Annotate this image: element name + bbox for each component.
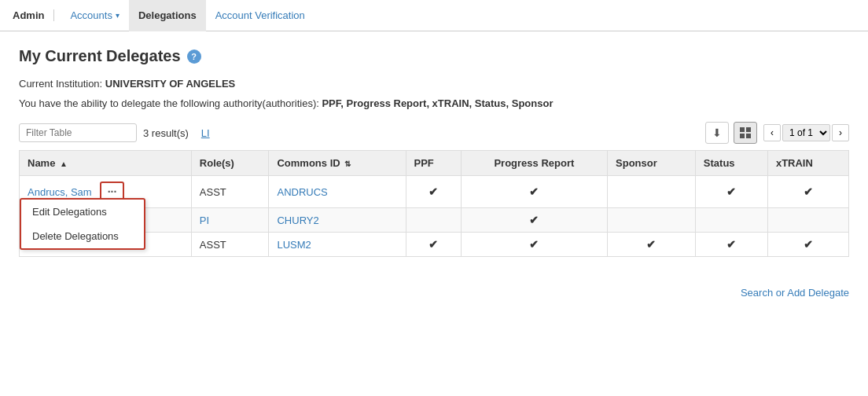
- li-badge[interactable]: LI: [201, 127, 210, 139]
- pagination: ‹ 1 of 1 ›: [763, 124, 849, 141]
- institution-line: Current Institution: UNIVERSITY OF ANGEL…: [19, 78, 849, 90]
- grid-icon: [740, 127, 751, 138]
- cell-status: [695, 208, 767, 233]
- sponsor-check: ✔: [646, 238, 656, 251]
- col-header-status: Status: [695, 151, 767, 176]
- download-button[interactable]: ⬇: [705, 122, 729, 144]
- col-header-sponsor: Sponsor: [608, 151, 696, 176]
- cell-roles: PI: [191, 208, 269, 233]
- progress-report-check: ✔: [529, 238, 539, 251]
- table-toolbar: 3 result(s) LI ⬇ ‹ 1 of 1 ›: [19, 122, 849, 144]
- institution-name: UNIVERSITY OF ANGELES: [105, 78, 235, 90]
- col-header-progress-report: Progress Report: [461, 151, 607, 176]
- dropdown-item[interactable]: Delete Delegations: [21, 224, 144, 248]
- delegate-name[interactable]: Andrucs, Sam: [28, 186, 92, 198]
- cell-commons-id: CHURY2: [269, 208, 406, 233]
- cell-ppf: ✔: [406, 233, 461, 257]
- cell-ppf: ✔: [406, 176, 461, 208]
- cell-roles: ASST: [191, 176, 269, 208]
- svg-rect-1: [746, 127, 751, 132]
- toolbar-icons: ⬇: [705, 122, 757, 144]
- progress-report-check: ✔: [529, 185, 539, 198]
- page-content: My Current Delegates ? Current Instituti…: [0, 31, 868, 273]
- filter-input[interactable]: [19, 123, 137, 142]
- cell-xtrain: ✔: [767, 176, 848, 208]
- cell-xtrain: [767, 208, 848, 233]
- page-title: My Current Delegates: [19, 47, 181, 65]
- dropdown-item[interactable]: Edit Delegations: [21, 200, 144, 224]
- cell-sponsor: ✔: [608, 233, 696, 257]
- ppf-check: ✔: [428, 185, 438, 198]
- help-icon[interactable]: ?: [187, 50, 201, 64]
- accounts-caret-icon: ▾: [116, 11, 120, 20]
- svg-rect-2: [740, 134, 745, 138]
- authority-list: PPF, Progress Report, xTRAIN, Status, Sp…: [322, 97, 553, 109]
- delegates-table: Name ▲ Role(s) Commons ID ⇅ PPF Progress…: [19, 150, 849, 257]
- cell-ppf: [406, 208, 461, 233]
- cell-xtrain: ✔: [767, 233, 848, 257]
- table-header-row: Name ▲ Role(s) Commons ID ⇅ PPF Progress…: [20, 151, 849, 176]
- grid-view-button[interactable]: [734, 122, 757, 144]
- progress-report-check: ✔: [529, 214, 539, 226]
- nav-accounts[interactable]: Accounts ▾: [61, 0, 128, 31]
- page-footer: Search or Add Delegate: [0, 279, 868, 306]
- status-check: ✔: [726, 238, 736, 251]
- cell-progress-report: ✔: [461, 176, 607, 208]
- xtrain-check: ✔: [804, 185, 813, 198]
- svg-rect-0: [740, 127, 745, 132]
- ppf-check: ✔: [428, 238, 438, 251]
- cell-sponsor: [608, 208, 696, 233]
- col-header-xtrain: xTRAIN: [767, 151, 848, 176]
- xtrain-check: ✔: [804, 238, 813, 251]
- cell-status: ✔: [695, 176, 767, 208]
- table-row: Andrucs, Sam···Edit DelegationsDelete De…: [20, 176, 849, 208]
- commons-id-sort-icon[interactable]: ⇅: [344, 160, 351, 168]
- cell-progress-report: ✔: [461, 208, 607, 233]
- cell-roles: ASST: [191, 233, 269, 257]
- nav-delegations[interactable]: Delegations: [129, 0, 206, 31]
- admin-label: Admin: [13, 9, 54, 21]
- cell-commons-id: LUSM2: [269, 233, 406, 257]
- col-header-ppf: PPF: [406, 151, 461, 176]
- page-select[interactable]: 1 of 1: [782, 124, 830, 141]
- page-next-button[interactable]: ›: [832, 124, 849, 141]
- nav-account-verification[interactable]: Account Verification: [206, 0, 314, 31]
- status-check: ✔: [726, 185, 736, 198]
- top-nav: Admin Accounts ▾ Delegations Account Ver…: [0, 0, 868, 31]
- action-dropdown: Edit DelegationsDelete Delegations: [20, 198, 145, 250]
- cell-progress-report: ✔: [461, 233, 607, 257]
- svg-rect-3: [746, 134, 751, 138]
- cell-commons-id: ANDRUCS: [269, 176, 406, 208]
- page-title-container: My Current Delegates ?: [19, 47, 849, 65]
- add-delegate-link[interactable]: Search or Add Delegate: [741, 287, 849, 299]
- name-sort-icon[interactable]: ▲: [60, 160, 68, 168]
- col-header-commons-id: Commons ID ⇅: [269, 151, 406, 176]
- result-count: 3 result(s): [143, 127, 189, 139]
- cell-sponsor: [608, 176, 696, 208]
- page-prev-button[interactable]: ‹: [763, 124, 781, 141]
- cell-status: ✔: [695, 233, 767, 257]
- col-header-name: Name ▲: [20, 151, 192, 176]
- authority-line: You have the ability to delegate the fol…: [19, 97, 849, 109]
- cell-name: Andrucs, Sam···Edit DelegationsDelete De…: [20, 176, 192, 208]
- col-header-roles: Role(s): [191, 151, 269, 176]
